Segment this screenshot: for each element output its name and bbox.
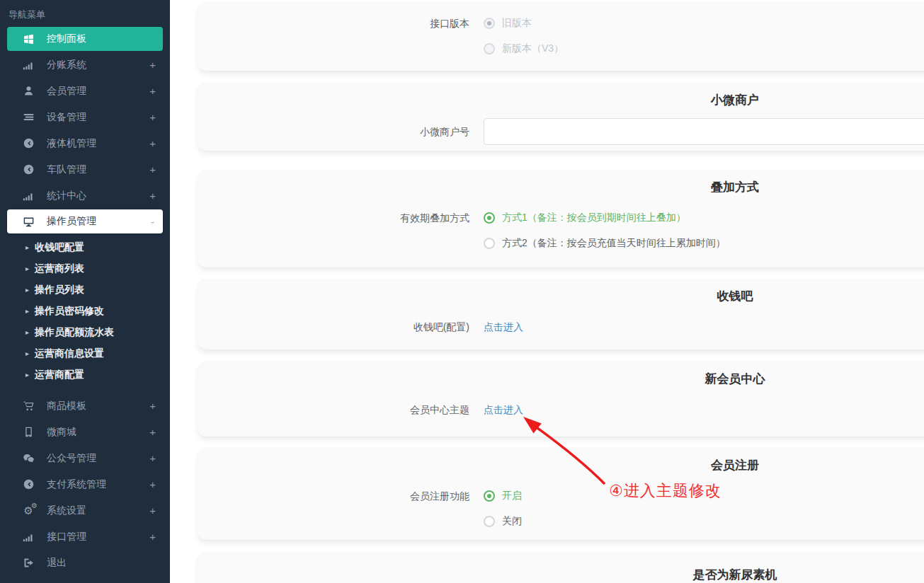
sidebar-item-10[interactable]: 公众号管理+	[0, 445, 170, 471]
caret-right-icon: ▸	[25, 308, 29, 315]
sidebar-item-label: 液体机管理	[47, 137, 149, 150]
signal-icon	[21, 531, 35, 543]
enter-link[interactable]: 点击进入	[484, 320, 523, 334]
radio-icon	[484, 490, 495, 502]
sidebar-item-1[interactable]: 分账系统+	[0, 52, 170, 78]
wechat-icon	[21, 452, 35, 465]
sidebar-item-9[interactable]: 微商城+	[0, 419, 170, 445]
sidebar-item-6[interactable]: 统计中心+	[0, 183, 170, 209]
submenu-item-label: 操作员密码修改	[35, 305, 104, 318]
radio-icon	[484, 238, 495, 249]
field-label: 小微商户号	[197, 118, 469, 145]
radio-group: 方式1（备注：按会员到期时间往上叠加）方式2（备注：按会员充值当天时间往上累加时…	[484, 211, 726, 262]
submenu: ▸收钱吧配置▸运营商列表▸操作员列表▸操作员密码修改▸操作员配额流水表▸运营商信…	[0, 234, 170, 393]
card-2: 叠加方式有效期叠加方式方式1（备注：按会员到期时间往上叠加）方式2（备注：按会员…	[197, 170, 924, 267]
sidebar-subitem-3[interactable]: ▸操作员密码修改	[0, 301, 170, 322]
sidebar-item-7[interactable]: 操作员管理-	[7, 209, 163, 233]
section-title: 收钱吧	[197, 289, 924, 304]
sidebar-item-label: 设备管理	[47, 111, 149, 124]
submenu-item-label: 收钱吧配置	[35, 241, 84, 254]
radio-option[interactable]: 新版本（V3）	[484, 42, 564, 56]
form-row: 接口版本旧版本新版本（V3）	[197, 16, 924, 67]
chevron-circle-left-icon	[21, 478, 35, 491]
sidebar-item-2[interactable]: 会员管理+	[0, 78, 170, 104]
caret-right-icon: ▸	[25, 287, 29, 294]
sidebar-item-12[interactable]: ⚙⚙系统设置+	[0, 497, 170, 524]
radio-option[interactable]: 关闭	[484, 514, 522, 529]
mobile-icon	[21, 426, 35, 439]
radio-group: 开启关闭	[484, 489, 522, 540]
sidebar-item-13[interactable]: 接口管理+	[0, 524, 170, 550]
sidebar-item-label: 商品模板	[47, 400, 149, 412]
radio-option[interactable]: 旧版本	[484, 16, 564, 30]
radio-label: 旧版本	[502, 17, 532, 30]
sidebar-menu: 控制面板分账系统+会员管理+设备管理+液体机管理+车队管理+统计中心+操作员管理…	[0, 27, 170, 576]
sidebar: 导航菜单 控制面板分账系统+会员管理+设备管理+液体机管理+车队管理+统计中心+…	[0, 0, 170, 583]
cart-icon	[21, 400, 35, 412]
sidebar-item-4[interactable]: 液体机管理+	[0, 130, 170, 156]
form-row: 有效期叠加方式方式1（备注：按会员到期时间往上叠加）方式2（备注：按会员充值当天…	[197, 211, 924, 262]
radio-label: 方式2（备注：按会员充值当天时间往上累加时间）	[502, 237, 726, 250]
sidebar-item-5[interactable]: 车队管理+	[0, 156, 170, 183]
plus-icon: +	[149, 190, 156, 201]
radio-label: 新版本（V3）	[502, 42, 564, 55]
sidebar-item-3[interactable]: 设备管理+	[0, 104, 170, 130]
sidebar-item-14[interactable]: 退出	[0, 550, 170, 576]
field-label: 接口版本	[197, 16, 469, 30]
section-title: 叠加方式	[197, 180, 924, 195]
plus-icon: +	[149, 427, 156, 437]
sidebar-item-11[interactable]: 支付系统管理+	[0, 471, 170, 497]
sidebar-item-label: 公众号管理	[47, 452, 149, 465]
sidebar-item-label: 操作员管理	[47, 215, 151, 228]
plus-icon: +	[149, 86, 156, 96]
sidebar-item-label: 退出	[47, 557, 156, 570]
sidebar-subitem-6[interactable]: ▸运营商配置	[0, 364, 170, 386]
enter-link[interactable]: 点击进入	[484, 403, 523, 417]
radio-option[interactable]: 方式2（备注：按会员充值当天时间往上累加时间）	[484, 236, 726, 250]
card-1: 小微商户小微商户号	[197, 83, 924, 151]
radio-option[interactable]: 方式1（备注：按会员到期时间往上叠加）	[484, 211, 726, 225]
signal-icon	[21, 190, 35, 202]
sidebar-item-label: 微商城	[47, 426, 149, 439]
radio-group: 旧版本新版本（V3）	[484, 16, 564, 67]
field-label: 收钱吧(配置)	[197, 320, 469, 334]
radio-icon	[484, 212, 495, 224]
sidebar-item-label: 控制面板	[47, 33, 154, 45]
plus-icon: +	[149, 531, 156, 542]
plus-icon: +	[149, 453, 156, 463]
field-label: 会员中心主题	[197, 403, 469, 417]
sidebar-item-label: 统计中心	[47, 190, 149, 202]
card-3: 收钱吧收钱吧(配置)点击进入	[197, 279, 924, 350]
card-5: 会员注册会员注册功能开启关闭	[197, 448, 924, 540]
sidebar-header: 导航菜单	[0, 0, 170, 25]
sidebar-subitem-4[interactable]: ▸操作员配额流水表	[0, 322, 170, 343]
caret-right-icon: ▸	[25, 371, 29, 379]
sidebar-item-0[interactable]: 控制面板	[7, 27, 163, 51]
windows-icon	[21, 33, 35, 45]
plus-icon: +	[149, 479, 156, 490]
sidebar-subitem-1[interactable]: ▸运营商列表	[0, 258, 170, 279]
card-4: 新会员中心会员中心主题点击进入	[197, 362, 924, 437]
form-row: 小微商户号	[197, 118, 924, 145]
sidebar-subitem-2[interactable]: ▸操作员列表	[0, 279, 170, 301]
plus-icon: +	[149, 164, 156, 175]
sidebar-item-8[interactable]: 商品模板+	[0, 393, 170, 419]
plus-icon: +	[149, 505, 156, 516]
radio-label: 关闭	[502, 515, 522, 528]
sidebar-subitem-5[interactable]: ▸运营商信息设置	[0, 343, 170, 364]
text-input[interactable]	[484, 118, 924, 145]
submenu-item-label: 操作员配额流水表	[35, 326, 114, 339]
radio-option[interactable]: 开启	[484, 489, 522, 503]
radio-icon	[484, 516, 495, 527]
chevron-circle-left-icon	[21, 163, 35, 176]
sidebar-subitem-0[interactable]: ▸收钱吧配置	[0, 237, 170, 258]
sidebar-item-label: 分账系统	[47, 59, 149, 71]
section-title: 会员注册	[197, 458, 924, 473]
desktop-icon	[21, 215, 35, 228]
sidebar-item-label: 系统设置	[47, 504, 149, 517]
sign-out-icon	[21, 557, 35, 570]
chevron-circle-left-icon	[21, 137, 35, 150]
submenu-item-label: 操作员列表	[35, 284, 84, 296]
field-label: 有效期叠加方式	[197, 211, 469, 225]
caret-right-icon: ▸	[25, 244, 29, 251]
